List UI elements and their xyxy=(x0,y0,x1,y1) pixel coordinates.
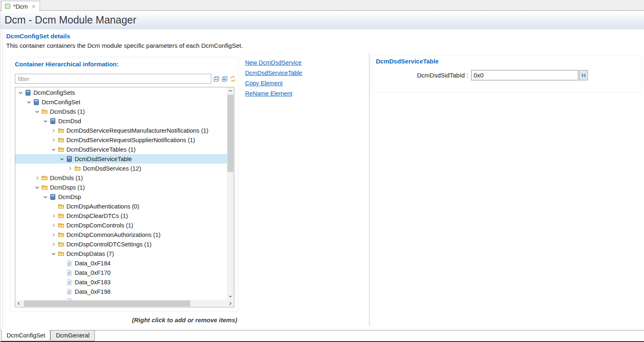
tree-item-dcmdsdservices-12[interactable]: DcmDsdServices (12) xyxy=(15,164,227,173)
tree-item-dcmdspdatas-7[interactable]: DcmDspDatas (7) xyxy=(15,249,227,258)
expand-all-icon[interactable] xyxy=(221,75,229,82)
hierarchy-group-header: Container Hierarchical information: xyxy=(15,61,119,68)
action-links: New DcmDsdServiceDcmDsdServiceTableCopy … xyxy=(245,59,302,100)
link-new-dcmdsdservice[interactable]: New DcmDsdService xyxy=(245,59,302,69)
scroll-down-icon[interactable] xyxy=(227,293,234,300)
filter-input[interactable] xyxy=(15,74,211,84)
tree-item-label: DcmDsdServiceRequestSupplierNotification… xyxy=(66,137,197,143)
horizontal-scrollbar[interactable] xyxy=(15,300,234,307)
tree-item-dcmdsp[interactable]: DcmDsp xyxy=(15,192,227,201)
chevron-right-icon[interactable] xyxy=(50,127,57,134)
tree-item-label: Data_0xF198 xyxy=(75,288,112,295)
no-expander xyxy=(50,203,57,210)
chevron-right-icon[interactable] xyxy=(67,165,73,172)
editor-tab-strip xyxy=(0,0,644,11)
tree-item-dcmdsdservicerequestsuppliernotifications-1[interactable]: DcmDsdServiceRequestSupplierNotification… xyxy=(15,135,227,145)
chevron-down-icon[interactable] xyxy=(42,118,49,124)
tree-item-dcmdsds-1[interactable]: DcmDsds (1) xyxy=(15,107,227,116)
tree-item-label: DcmDsps (1) xyxy=(50,184,87,191)
horizontal-scroll-thumb[interactable] xyxy=(24,300,190,307)
tree-item-label: DcmDsls (1) xyxy=(50,175,85,181)
tree-item-dcmdsd[interactable]: DcmDsd xyxy=(15,116,227,126)
tree-item-dcmdspcontroldtcsettings-1[interactable]: DcmDspControlDTCSettings (1) xyxy=(15,239,227,249)
chevron-right-icon[interactable] xyxy=(50,213,57,219)
document-icon xyxy=(66,260,73,267)
tree-item-data-0xf198[interactable]: Data_0xF198 xyxy=(15,287,227,296)
tree-item-label: DcmDsds (1) xyxy=(50,108,87,115)
tab-dcmconfigset[interactable]: DcmConfigSet xyxy=(1,330,50,341)
vertical-scroll-thumb[interactable] xyxy=(227,95,234,172)
tab-dcmgeneral[interactable]: DcmGeneral xyxy=(50,330,94,341)
folder-icon xyxy=(41,108,48,115)
refresh-icon[interactable] xyxy=(229,75,237,82)
link-copy-element[interactable]: Copy Element xyxy=(245,79,283,89)
chevron-down-icon[interactable] xyxy=(42,194,49,200)
folder-icon xyxy=(41,175,48,181)
container-icon xyxy=(66,156,73,162)
dcmdsdservicetable-group: DcmDsdServiceTable DcmDsdSidTabId : H xyxy=(373,55,642,93)
tree-item-label: DcmDspControlDTCSettings (1) xyxy=(66,241,153,248)
container-icon xyxy=(50,118,56,124)
page-title: Dcm - Dcm Module Manager xyxy=(0,11,644,26)
chevron-right-icon[interactable] xyxy=(50,222,57,229)
collapse-all-icon[interactable] xyxy=(212,75,220,82)
tree-toolbar xyxy=(212,75,237,82)
tree-item-label: DcmDsdServices (12) xyxy=(83,165,143,172)
chevron-down-icon[interactable] xyxy=(34,184,40,191)
tree-item-label: Data_0xF184 xyxy=(75,260,112,267)
tree-item-dcmdsps-1[interactable]: DcmDsps (1) xyxy=(15,183,227,192)
editor-file-icon xyxy=(5,3,10,10)
chevron-down-icon[interactable] xyxy=(59,156,65,162)
chevron-down-icon[interactable] xyxy=(34,108,40,115)
editor-tab-dcm[interactable]: *Dcm ✕ xyxy=(1,1,40,12)
chevron-right-icon[interactable] xyxy=(34,175,40,181)
chevron-down-icon[interactable] xyxy=(50,251,57,257)
tree-item-dcmconfigsets[interactable]: DcmConfigSets xyxy=(15,88,227,97)
chevron-down-icon[interactable] xyxy=(26,99,32,105)
chevron-right-icon[interactable] xyxy=(50,241,57,248)
tree-item-dcmdspcomcontrols-1[interactable]: DcmDspComControls (1) xyxy=(15,220,227,230)
tree-item-data-0xf170[interactable]: Data_0xF170 xyxy=(15,268,227,277)
scroll-up-icon[interactable] xyxy=(227,88,234,94)
tree-item-dcmdsls-1[interactable]: DcmDsls (1) xyxy=(15,173,227,183)
scroll-left-icon[interactable] xyxy=(16,300,22,307)
folder-icon xyxy=(58,203,64,210)
folder-icon xyxy=(58,241,64,248)
tree-item-dcmdspcommonauthorizations-1[interactable]: DcmDspCommonAuthorizations (1) xyxy=(15,230,227,239)
folder-icon xyxy=(58,213,64,219)
tree-item-dcmconfigset[interactable]: DcmConfigSet xyxy=(15,97,227,107)
tree-item-label: DcmDsdServiceTables (1) xyxy=(66,146,137,153)
link-dcmdsdservicetable[interactable]: DcmDsdServiceTable xyxy=(245,69,302,79)
no-expander xyxy=(59,279,65,286)
tree-item-label: Data_0xF183 xyxy=(75,279,112,286)
folder-icon xyxy=(41,184,48,191)
bottom-tabbar: DcmConfigSetDcmGeneral xyxy=(1,330,95,341)
chevron-right-icon[interactable] xyxy=(50,137,57,143)
properties-group-header: DcmDsdServiceTable xyxy=(376,58,439,65)
tree-item-dcmdsdservicerequestmanufacturernotifications-1[interactable]: DcmDsdServiceRequestManufacturerNotifica… xyxy=(15,126,227,135)
scroll-right-icon[interactable] xyxy=(227,300,234,307)
no-expander xyxy=(59,260,65,267)
tree-item-label: DcmDspAuthentications (0) xyxy=(66,203,141,210)
tree-item[interactable] xyxy=(15,296,227,300)
tree-item-label: DcmDsp xyxy=(58,194,83,200)
close-icon[interactable]: ✕ xyxy=(31,4,35,9)
dcmdsdsidtabid-label: DcmDsdSidTabId : xyxy=(390,70,468,80)
tree-item-dcmdspcleardtcs-1[interactable]: DcmDspClearDTCs (1) xyxy=(15,211,227,220)
tree-item-dcmdsdservicetables-1[interactable]: DcmDsdServiceTables (1) xyxy=(15,145,227,154)
chevron-down-icon[interactable] xyxy=(50,146,57,153)
chevron-down-icon[interactable] xyxy=(17,89,24,96)
tree-item-dcmdspauthentications-0[interactable]: DcmDspAuthentications (0) xyxy=(15,201,227,211)
dcm-module-manager-window: *Dcm ✕ Dcm - Dcm Module Manager DcmConfi… xyxy=(0,0,644,342)
form-left-border xyxy=(2,30,3,328)
vertical-scrollbar[interactable] xyxy=(227,87,234,300)
folder-icon xyxy=(58,232,64,238)
tree-item-data-0xf184[interactable]: Data_0xF184 xyxy=(15,258,227,268)
tree-item-dcmdsdservicetable[interactable]: DcmDsdServiceTable xyxy=(15,154,227,164)
chevron-right-icon[interactable] xyxy=(50,232,57,238)
tree-item-data-0xf183[interactable]: Data_0xF183 xyxy=(15,277,227,287)
hex-toggle-button[interactable]: H xyxy=(579,70,588,80)
link-rename-element[interactable]: ReName Element xyxy=(245,89,292,100)
dcmdsdsidtabid-input[interactable] xyxy=(471,70,578,80)
document-icon xyxy=(66,269,73,276)
